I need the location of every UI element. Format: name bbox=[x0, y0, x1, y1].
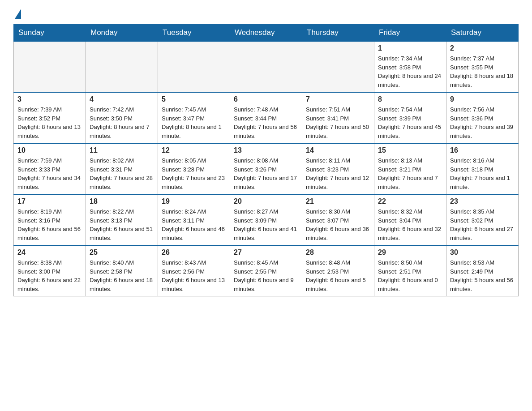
calendar-cell: 5Sunrise: 7:45 AM Sunset: 3:47 PM Daylig… bbox=[158, 92, 230, 143]
day-number: 28 bbox=[306, 248, 370, 257]
calendar-cell: 19Sunrise: 8:24 AM Sunset: 3:11 PM Dayli… bbox=[158, 194, 230, 245]
day-info: Sunrise: 8:22 AM Sunset: 3:13 PM Dayligh… bbox=[90, 207, 154, 242]
day-info: Sunrise: 8:38 AM Sunset: 3:00 PM Dayligh… bbox=[17, 258, 82, 293]
day-number: 4 bbox=[90, 95, 154, 103]
day-number: 23 bbox=[450, 197, 515, 206]
calendar-table: SundayMondayTuesdayWednesdayThursdayFrid… bbox=[13, 24, 519, 296]
day-number: 20 bbox=[234, 197, 298, 206]
calendar-cell: 24Sunrise: 8:38 AM Sunset: 3:00 PM Dayli… bbox=[14, 245, 86, 296]
day-info: Sunrise: 7:48 AM Sunset: 3:44 PM Dayligh… bbox=[234, 105, 298, 140]
calendar-cell: 25Sunrise: 8:40 AM Sunset: 2:58 PM Dayli… bbox=[86, 245, 158, 296]
calendar-cell: 14Sunrise: 8:11 AM Sunset: 3:23 PM Dayli… bbox=[302, 143, 374, 194]
day-info: Sunrise: 7:59 AM Sunset: 3:33 PM Dayligh… bbox=[17, 156, 82, 191]
day-info: Sunrise: 8:43 AM Sunset: 2:56 PM Dayligh… bbox=[162, 258, 226, 293]
day-info: Sunrise: 7:45 AM Sunset: 3:47 PM Dayligh… bbox=[162, 105, 226, 140]
calendar-cell: 11Sunrise: 8:02 AM Sunset: 3:31 PM Dayli… bbox=[86, 143, 158, 194]
calendar-cell: 29Sunrise: 8:50 AM Sunset: 2:51 PM Dayli… bbox=[374, 245, 446, 296]
calendar-cell: 6Sunrise: 7:48 AM Sunset: 3:44 PM Daylig… bbox=[230, 92, 302, 143]
day-info: Sunrise: 8:27 AM Sunset: 3:09 PM Dayligh… bbox=[234, 207, 298, 242]
logo-triangle-icon bbox=[15, 9, 21, 19]
day-info: Sunrise: 8:13 AM Sunset: 3:21 PM Dayligh… bbox=[378, 156, 442, 191]
calendar-cell bbox=[158, 41, 230, 92]
day-number: 11 bbox=[90, 146, 154, 154]
day-number: 5 bbox=[162, 95, 226, 103]
day-number: 10 bbox=[17, 146, 82, 154]
day-number: 26 bbox=[162, 248, 226, 257]
calendar-cell: 20Sunrise: 8:27 AM Sunset: 3:09 PM Dayli… bbox=[230, 194, 302, 245]
calendar-cell: 3Sunrise: 7:39 AM Sunset: 3:52 PM Daylig… bbox=[14, 92, 86, 143]
day-header-friday: Friday bbox=[374, 25, 446, 42]
page-header bbox=[13, 9, 519, 17]
day-info: Sunrise: 8:05 AM Sunset: 3:28 PM Dayligh… bbox=[162, 156, 226, 191]
day-number: 27 bbox=[234, 248, 298, 257]
calendar-cell: 30Sunrise: 8:53 AM Sunset: 2:49 PM Dayli… bbox=[446, 245, 519, 296]
calendar-header-row: SundayMondayTuesdayWednesdayThursdayFrid… bbox=[14, 25, 519, 42]
day-number: 30 bbox=[450, 248, 515, 257]
logo bbox=[13, 9, 21, 17]
day-header-sunday: Sunday bbox=[14, 25, 86, 42]
calendar-week-row: 1Sunrise: 7:34 AM Sunset: 3:58 PM Daylig… bbox=[14, 41, 519, 92]
day-number: 13 bbox=[234, 146, 298, 154]
day-number: 21 bbox=[306, 197, 370, 206]
day-header-wednesday: Wednesday bbox=[230, 25, 302, 42]
calendar-cell: 2Sunrise: 7:37 AM Sunset: 3:55 PM Daylig… bbox=[446, 41, 519, 92]
day-info: Sunrise: 7:37 AM Sunset: 3:55 PM Dayligh… bbox=[450, 54, 515, 89]
calendar-week-row: 17Sunrise: 8:19 AM Sunset: 3:16 PM Dayli… bbox=[14, 194, 519, 245]
calendar-cell: 8Sunrise: 7:54 AM Sunset: 3:39 PM Daylig… bbox=[374, 92, 446, 143]
calendar-cell: 4Sunrise: 7:42 AM Sunset: 3:50 PM Daylig… bbox=[86, 92, 158, 143]
calendar-week-row: 10Sunrise: 7:59 AM Sunset: 3:33 PM Dayli… bbox=[14, 143, 519, 194]
calendar-cell: 26Sunrise: 8:43 AM Sunset: 2:56 PM Dayli… bbox=[158, 245, 230, 296]
day-info: Sunrise: 8:08 AM Sunset: 3:26 PM Dayligh… bbox=[234, 156, 298, 191]
day-info: Sunrise: 8:19 AM Sunset: 3:16 PM Dayligh… bbox=[17, 207, 82, 242]
day-number: 25 bbox=[90, 248, 154, 257]
day-info: Sunrise: 7:54 AM Sunset: 3:39 PM Dayligh… bbox=[378, 105, 442, 140]
day-header-thursday: Thursday bbox=[302, 25, 374, 42]
day-number: 17 bbox=[17, 197, 82, 206]
calendar-cell: 21Sunrise: 8:30 AM Sunset: 3:07 PM Dayli… bbox=[302, 194, 374, 245]
day-number: 16 bbox=[450, 146, 515, 154]
day-number: 9 bbox=[450, 95, 515, 103]
calendar-cell: 23Sunrise: 8:35 AM Sunset: 3:02 PM Dayli… bbox=[446, 194, 519, 245]
day-header-monday: Monday bbox=[86, 25, 158, 42]
day-number: 1 bbox=[378, 44, 442, 52]
calendar-cell: 27Sunrise: 8:45 AM Sunset: 2:55 PM Dayli… bbox=[230, 245, 302, 296]
day-info: Sunrise: 8:02 AM Sunset: 3:31 PM Dayligh… bbox=[90, 156, 154, 191]
day-number: 2 bbox=[450, 44, 515, 52]
calendar-cell: 1Sunrise: 7:34 AM Sunset: 3:58 PM Daylig… bbox=[374, 41, 446, 92]
day-number: 24 bbox=[17, 248, 82, 257]
day-info: Sunrise: 7:56 AM Sunset: 3:36 PM Dayligh… bbox=[450, 105, 515, 140]
day-number: 6 bbox=[234, 95, 298, 103]
day-info: Sunrise: 8:50 AM Sunset: 2:51 PM Dayligh… bbox=[378, 258, 442, 293]
calendar-cell: 18Sunrise: 8:22 AM Sunset: 3:13 PM Dayli… bbox=[86, 194, 158, 245]
day-header-saturday: Saturday bbox=[446, 25, 519, 42]
day-number: 22 bbox=[378, 197, 442, 206]
calendar-cell: 12Sunrise: 8:05 AM Sunset: 3:28 PM Dayli… bbox=[158, 143, 230, 194]
calendar-cell: 22Sunrise: 8:32 AM Sunset: 3:04 PM Dayli… bbox=[374, 194, 446, 245]
day-number: 3 bbox=[17, 95, 82, 103]
day-info: Sunrise: 8:53 AM Sunset: 2:49 PM Dayligh… bbox=[450, 258, 515, 293]
day-info: Sunrise: 7:51 AM Sunset: 3:41 PM Dayligh… bbox=[306, 105, 370, 140]
day-number: 29 bbox=[378, 248, 442, 257]
calendar-week-row: 3Sunrise: 7:39 AM Sunset: 3:52 PM Daylig… bbox=[14, 92, 519, 143]
day-number: 15 bbox=[378, 146, 442, 154]
calendar-cell bbox=[302, 41, 374, 92]
day-info: Sunrise: 7:39 AM Sunset: 3:52 PM Dayligh… bbox=[17, 105, 82, 140]
day-number: 7 bbox=[306, 95, 370, 103]
day-number: 19 bbox=[162, 197, 226, 206]
day-info: Sunrise: 8:35 AM Sunset: 3:02 PM Dayligh… bbox=[450, 207, 515, 242]
day-info: Sunrise: 8:45 AM Sunset: 2:55 PM Dayligh… bbox=[234, 258, 298, 293]
day-number: 14 bbox=[306, 146, 370, 154]
day-number: 12 bbox=[162, 146, 226, 154]
calendar-cell bbox=[230, 41, 302, 92]
calendar-cell: 17Sunrise: 8:19 AM Sunset: 3:16 PM Dayli… bbox=[14, 194, 86, 245]
day-info: Sunrise: 8:24 AM Sunset: 3:11 PM Dayligh… bbox=[162, 207, 226, 242]
calendar-cell: 13Sunrise: 8:08 AM Sunset: 3:26 PM Dayli… bbox=[230, 143, 302, 194]
calendar-cell: 9Sunrise: 7:56 AM Sunset: 3:36 PM Daylig… bbox=[446, 92, 519, 143]
day-info: Sunrise: 8:16 AM Sunset: 3:18 PM Dayligh… bbox=[450, 156, 515, 191]
calendar-cell: 28Sunrise: 8:48 AM Sunset: 2:53 PM Dayli… bbox=[302, 245, 374, 296]
calendar-cell bbox=[14, 41, 86, 92]
day-number: 18 bbox=[90, 197, 154, 206]
calendar-cell: 7Sunrise: 7:51 AM Sunset: 3:41 PM Daylig… bbox=[302, 92, 374, 143]
day-header-tuesday: Tuesday bbox=[158, 25, 230, 42]
calendar-cell: 16Sunrise: 8:16 AM Sunset: 3:18 PM Dayli… bbox=[446, 143, 519, 194]
